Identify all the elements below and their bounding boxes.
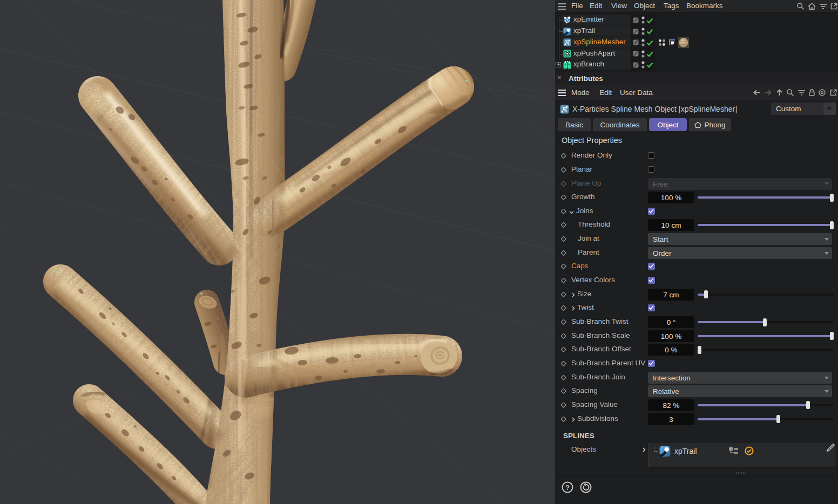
svg-text:?: ? <box>565 483 570 492</box>
